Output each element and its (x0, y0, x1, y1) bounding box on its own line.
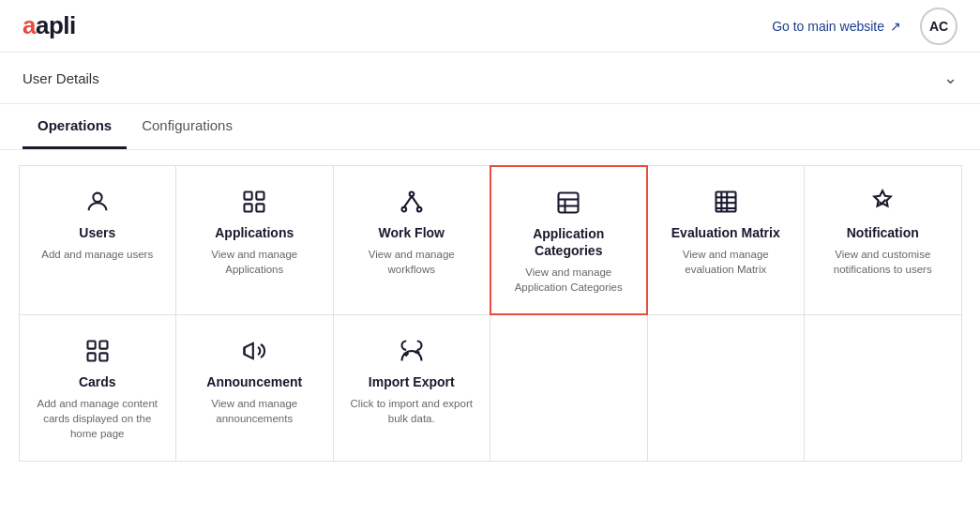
svg-rect-10 (559, 192, 579, 212)
person-icon (84, 189, 111, 215)
grid-item-users[interactable]: Users Add and manage users (19, 165, 177, 316)
grid: Users Add and manage users Applications … (19, 165, 961, 461)
grid-item-notification[interactable]: Notification View and customise notifica… (804, 165, 962, 316)
app-categories-desc: View and manage Application Categories (503, 265, 635, 295)
import-export-desc: Click to import and export bulk data. (345, 396, 479, 426)
svg-rect-3 (245, 204, 252, 211)
app-categories-title: Application Categories (503, 225, 635, 259)
svg-point-5 (409, 191, 414, 196)
external-link-icon: ↗ (890, 19, 901, 34)
grid-item-empty-6 (804, 314, 962, 461)
grid-item-applications[interactable]: Applications View and manage Application… (175, 165, 334, 316)
grid-section: Users Add and manage users Applications … (0, 150, 980, 476)
svg-rect-1 (245, 191, 252, 199)
grid-item-app-categories[interactable]: Application Categories View and manage A… (490, 165, 648, 316)
users-title: Users (79, 224, 115, 241)
svg-rect-2 (257, 191, 264, 199)
checkbadge-icon (869, 189, 896, 215)
header: aapli Go to main website ↗ AC (0, 0, 980, 53)
svg-point-6 (401, 206, 406, 211)
announcement-icon (241, 338, 267, 364)
tabs-nav: Operations Configurations (0, 104, 980, 150)
chevron-down-icon: ⌄ (943, 68, 957, 88)
avatar[interactable]: AC (920, 8, 957, 45)
user-details-bar[interactable]: User Details ⌄ (0, 53, 980, 104)
applications-title: Applications (215, 224, 294, 241)
users-desc: Add and manage users (41, 247, 153, 262)
logo: aapli (23, 11, 76, 40)
svg-rect-21 (99, 342, 107, 349)
flow-icon (399, 189, 425, 215)
grid-item-evaluation-matrix[interactable]: Evaluation Matrix View and manage evalua… (647, 165, 806, 316)
grid-icon (241, 189, 267, 215)
import-export-icon (399, 338, 425, 364)
svg-line-9 (412, 196, 419, 207)
go-main-website-link[interactable]: Go to main website ↗ (772, 19, 901, 34)
svg-rect-22 (87, 353, 95, 360)
grid-item-empty-5 (647, 314, 806, 461)
cards-icon (84, 338, 111, 364)
evaluation-matrix-title: Evaluation Matrix (671, 224, 780, 241)
grid-item-empty-4 (490, 314, 648, 461)
announcement-title: Announcement (206, 373, 302, 390)
grid-item-import-export[interactable]: Import Export Click to import and export… (333, 314, 491, 461)
import-export-title: Import Export (369, 373, 455, 390)
tab-configurations[interactable]: Configurations (127, 104, 248, 149)
table-icon (713, 189, 739, 215)
workflow-desc: View and manage workflows (345, 247, 479, 277)
svg-rect-20 (87, 342, 95, 349)
notification-desc: View and customise notifications to user… (816, 247, 950, 277)
announcement-desc: View and manage announcements (188, 396, 322, 426)
svg-rect-4 (257, 204, 264, 211)
applications-desc: View and manage Applications (188, 247, 322, 277)
svg-line-8 (404, 196, 412, 207)
evaluation-matrix-desc: View and manage evaluation Matrix (659, 247, 793, 277)
cards-desc: Add and manage content cards displayed o… (31, 396, 165, 441)
go-main-label: Go to main website (772, 19, 884, 34)
avatar-initials: AC (929, 19, 948, 34)
notification-title: Notification (847, 224, 919, 241)
user-details-label: User Details (23, 70, 99, 86)
svg-marker-24 (245, 343, 253, 358)
grid-item-cards[interactable]: Cards Add and manage content cards displ… (19, 314, 177, 461)
workflow-title: Work Flow (378, 224, 445, 241)
tab-operations[interactable]: Operations (23, 104, 127, 149)
grid-item-workflow[interactable]: Work Flow View and manage workflows (333, 165, 491, 316)
header-right: Go to main website ↗ AC (772, 8, 957, 45)
svg-rect-23 (99, 353, 107, 360)
cards-title: Cards (79, 373, 116, 390)
svg-point-7 (417, 206, 422, 211)
svg-point-0 (93, 192, 101, 201)
grid-item-announcement[interactable]: Announcement View and manage announcemen… (175, 314, 334, 461)
list-icon (555, 190, 581, 216)
